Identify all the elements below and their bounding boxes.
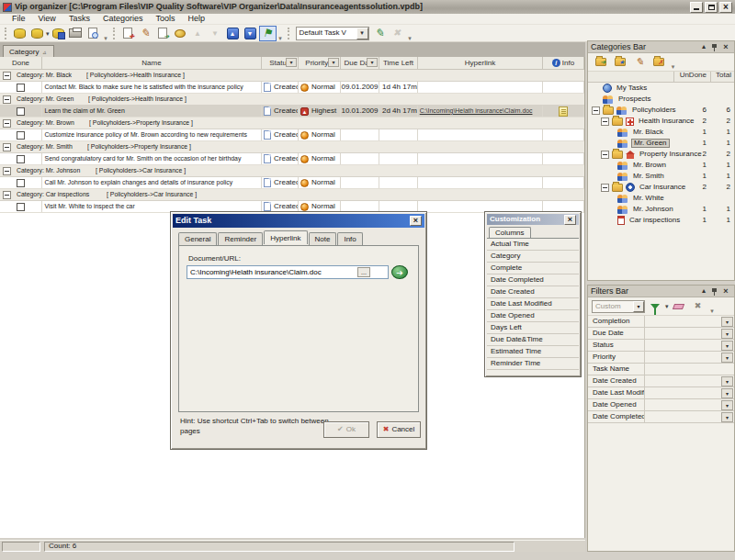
save-database-button[interactable] bbox=[50, 26, 67, 41]
ok-button[interactable]: Ok bbox=[323, 421, 369, 438]
clear-filter-button[interactable] bbox=[670, 299, 688, 314]
filter-preset-combo[interactable]: Custom bbox=[592, 300, 645, 313]
task-checkbox[interactable] bbox=[17, 155, 25, 163]
tab-general[interactable]: General bbox=[178, 232, 217, 246]
task-row[interactable]: Learn the claim of Mr. GreenCreatedHighe… bbox=[0, 106, 584, 118]
toolbar-overflow-chevron[interactable] bbox=[102, 26, 110, 41]
tree-item-mr-white[interactable]: Mr. White bbox=[588, 193, 734, 204]
filter-dropdown-button[interactable] bbox=[721, 353, 733, 363]
task-row[interactable]: Customize insurance policy of Mr. Brown … bbox=[0, 129, 584, 141]
tree-item-car-insurance[interactable]: Car Insurance22 bbox=[588, 182, 734, 193]
filter-dropdown-button[interactable] bbox=[721, 400, 733, 410]
task-row[interactable]: Contact Mr. Black to make sure he is sat… bbox=[0, 82, 584, 94]
chevron-down-icon[interactable] bbox=[633, 301, 644, 312]
new-database-button[interactable] bbox=[11, 26, 28, 41]
close-dialog-button[interactable] bbox=[410, 216, 422, 226]
close-panel-button[interactable] bbox=[720, 42, 731, 52]
column-list-item[interactable]: Date Last Modified bbox=[487, 298, 579, 310]
print-preview-button[interactable] bbox=[85, 26, 102, 41]
category-row[interactable]: Category: Mr. Johnson[ Policyholders->Ca… bbox=[0, 165, 584, 177]
tree-item-mr-green[interactable]: Mr. Green11 bbox=[588, 138, 734, 149]
tab-note[interactable]: Note bbox=[309, 232, 337, 246]
filter-value[interactable] bbox=[645, 328, 721, 339]
column-list-item[interactable]: Date Opened bbox=[487, 310, 579, 322]
task-checkbox[interactable] bbox=[17, 107, 25, 116]
column-list-item[interactable]: Actual Time bbox=[487, 239, 579, 251]
task-checkbox[interactable] bbox=[17, 203, 25, 211]
collapse-panel-button[interactable] bbox=[698, 42, 709, 52]
close-panel-button[interactable] bbox=[720, 286, 731, 297]
tree-item-mr-smith[interactable]: Mr. Smith11 bbox=[588, 171, 734, 182]
pin-panel-button[interactable] bbox=[709, 286, 720, 297]
category-row[interactable]: Category: Mr. Brown[ Policyholders->Prop… bbox=[0, 118, 584, 129]
task-checkbox[interactable] bbox=[17, 131, 25, 140]
filter-dropdown-arrow[interactable] bbox=[665, 302, 669, 310]
column-list-item[interactable]: Days Left bbox=[487, 322, 579, 334]
undone-column-header[interactable]: UnDone bbox=[673, 72, 710, 82]
delete-view-button[interactable] bbox=[389, 26, 406, 41]
filter-dropdown-button[interactable] bbox=[721, 341, 733, 351]
category-row[interactable]: Category: Car inspections[ Policyholders… bbox=[0, 189, 584, 201]
filter-value[interactable] bbox=[645, 411, 721, 422]
menu-item-help[interactable]: Help bbox=[181, 14, 211, 24]
tree-item-health-insurance[interactable]: Health Insurance22 bbox=[588, 116, 734, 127]
column-filter-dropdown[interactable] bbox=[367, 58, 378, 67]
column-header-done[interactable]: Done bbox=[0, 57, 42, 69]
delete-task-button[interactable] bbox=[154, 26, 172, 41]
column-header-time_left[interactable]: Time Left bbox=[379, 57, 418, 69]
tree-item-mr-brown[interactable]: Mr. Brown11 bbox=[588, 160, 734, 171]
delete-filter-button[interactable] bbox=[689, 299, 707, 314]
pin-panel-button[interactable] bbox=[709, 42, 720, 52]
tree-item-mr-black[interactable]: Mr. Black11 bbox=[588, 127, 734, 138]
collapse-icon[interactable] bbox=[3, 95, 11, 104]
collapse-icon[interactable] bbox=[3, 143, 11, 151]
column-list-item[interactable]: Date Completed bbox=[487, 274, 579, 286]
filter-dropdown-button[interactable] bbox=[721, 317, 733, 327]
task-checkbox[interactable] bbox=[17, 84, 25, 92]
category-row[interactable]: Category: Mr. Black[ Policyholders->Heal… bbox=[0, 70, 584, 82]
note-icon[interactable] bbox=[559, 106, 568, 117]
expand-all-button[interactable] bbox=[224, 26, 242, 41]
filter-value[interactable] bbox=[645, 364, 734, 375]
category-row[interactable]: Category: Mr. Smith[ Policyholders->Prop… bbox=[0, 141, 584, 153]
task-row[interactable]: Call Mr. Johnson to explain changes and … bbox=[0, 177, 584, 189]
filter-value[interactable] bbox=[645, 340, 721, 351]
menu-item-file[interactable]: File bbox=[6, 14, 32, 24]
column-list-item[interactable]: Complete bbox=[487, 263, 579, 274]
column-list-item[interactable]: Date Created bbox=[487, 286, 579, 298]
filter-value[interactable] bbox=[645, 387, 721, 398]
column-list-item[interactable]: Due Date&Time bbox=[487, 334, 579, 346]
toolbar-overflow-chevron[interactable] bbox=[669, 54, 677, 70]
tree-item-my-tasks[interactable]: My Tasks bbox=[588, 83, 734, 94]
tab-reminder[interactable]: Reminder bbox=[218, 232, 263, 246]
toolbar-overflow-chevron[interactable] bbox=[277, 26, 285, 41]
close-button[interactable] bbox=[719, 2, 732, 13]
column-header-due_date[interactable]: Due Date bbox=[341, 57, 379, 69]
open-database-button[interactable] bbox=[28, 26, 46, 41]
filter-value[interactable] bbox=[645, 316, 721, 327]
menu-item-categories[interactable]: Categories bbox=[96, 14, 150, 24]
filter-value[interactable] bbox=[645, 399, 721, 410]
column-header-priority[interactable]: Priority bbox=[299, 57, 341, 69]
tree-item-prospects[interactable]: Prospects bbox=[588, 94, 734, 105]
delete-category-button[interactable]: ✗ bbox=[650, 55, 668, 70]
column-header-name[interactable]: Name bbox=[42, 57, 262, 69]
filter-dropdown-button[interactable] bbox=[721, 329, 733, 339]
tree-item-property-insurance[interactable]: Property Insurance22 bbox=[588, 149, 734, 160]
show-task-tree-button[interactable] bbox=[259, 26, 277, 41]
menu-item-tools[interactable]: Tools bbox=[149, 14, 181, 24]
task-checkbox[interactable] bbox=[17, 179, 25, 187]
menu-item-view[interactable]: View bbox=[32, 14, 62, 24]
browse-button[interactable]: ... bbox=[357, 267, 370, 277]
task-view-combo[interactable]: Default Task V bbox=[296, 27, 369, 40]
hyperlink-text[interactable]: C:\Incoming\Helath insurance\Claim.doc bbox=[418, 107, 532, 115]
tab-info[interactable]: Info bbox=[337, 232, 362, 246]
edit-category-button[interactable] bbox=[630, 55, 649, 70]
filter-dropdown-button[interactable] bbox=[721, 412, 733, 422]
apply-filter-button[interactable] bbox=[646, 299, 664, 314]
open-hyperlink-button[interactable] bbox=[391, 265, 408, 279]
move-up-button[interactable] bbox=[189, 26, 207, 41]
chevron-down-icon[interactable] bbox=[356, 28, 368, 39]
restore-button[interactable] bbox=[705, 2, 718, 13]
task-row[interactable]: Send congratulatory card for Mr. Smith o… bbox=[0, 153, 584, 165]
